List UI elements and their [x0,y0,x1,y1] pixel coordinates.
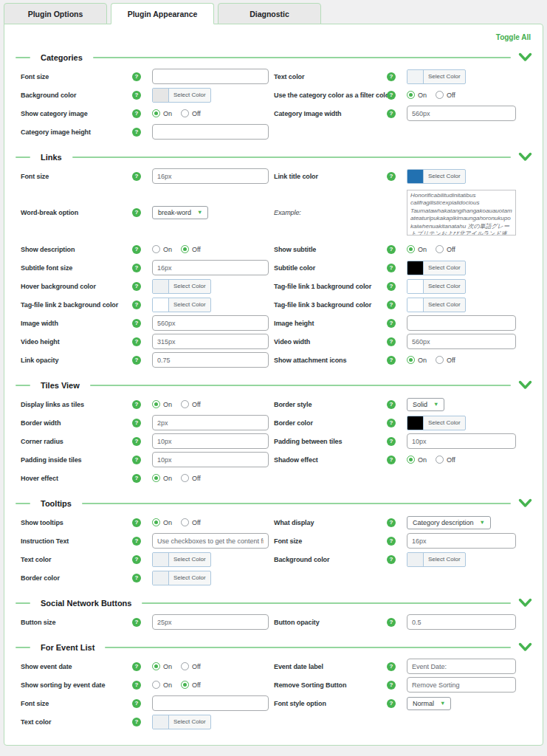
tab-diagnostic[interactable]: Diagnostic [218,3,321,24]
link-opacity-input[interactable] [152,352,269,368]
help-icon[interactable]: ? [387,437,396,446]
help-icon[interactable]: ? [132,400,141,409]
image-width-input[interactable] [152,315,269,331]
help-icon[interactable]: ? [132,356,141,365]
use-the-category-color-as-a-filter-color-radio-on[interactable]: On [407,91,427,99]
show-sorting-by-event-date-radio-off[interactable]: Off [181,681,201,689]
font-size-input[interactable] [152,695,269,711]
help-icon[interactable]: ? [132,419,141,427]
help-icon[interactable]: ? [132,618,141,627]
help-icon[interactable]: ? [387,72,396,81]
help-icon[interactable]: ? [132,109,141,118]
font-size-input[interactable] [407,533,516,549]
shadow-effect-radio-off[interactable]: Off [436,456,455,464]
help-icon[interactable]: ? [387,555,396,564]
help-icon[interactable]: ? [387,419,396,427]
border-width-input[interactable] [152,415,269,430]
tag-file-link-1-background-color-color-button[interactable]: Select Color [407,279,466,294]
video-height-input[interactable] [152,334,269,349]
help-icon[interactable]: ? [387,282,396,291]
help-icon[interactable]: ? [387,618,396,627]
link-title-color-color-button[interactable]: Select Color [407,169,466,184]
help-icon[interactable]: ? [387,172,396,181]
help-icon[interactable]: ? [132,245,141,254]
help-icon[interactable]: ? [387,245,396,254]
help-icon[interactable]: ? [387,319,396,328]
show-description-radio-off[interactable]: Off [181,245,201,253]
background-color-color-button[interactable]: Select Color [407,552,466,567]
word-break-option-select[interactable]: break-word▼ [152,206,208,219]
show-tooltips-radio-on[interactable]: On [152,518,172,526]
text-color-color-button[interactable]: Select Color [152,552,211,567]
help-icon[interactable]: ? [387,356,396,365]
hover-effect-radio-off[interactable]: Off [181,474,201,482]
subtitle-font-size-input[interactable] [152,260,269,275]
video-width-input[interactable] [407,334,516,349]
subtitle-color-color-button[interactable]: Select Color [407,261,466,275]
tag-file-link-2-background-color-color-button[interactable]: Select Color [152,298,211,312]
show-category-image-radio-on[interactable]: On [152,109,172,117]
chevron-down-icon[interactable] [518,498,532,508]
use-the-category-color-as-a-filter-color-radio-off[interactable]: Off [436,91,455,99]
help-icon[interactable]: ? [132,72,141,81]
category-image-height-input[interactable] [152,124,269,140]
example-text-box[interactable]: Honorificabilitudinitatibus califragilis… [407,190,516,236]
hover-effect-radio-on[interactable]: On [152,474,172,482]
chevron-down-icon[interactable] [518,152,532,162]
help-icon[interactable]: ? [132,537,141,546]
help-icon[interactable]: ? [132,699,141,708]
help-icon[interactable]: ? [132,300,141,309]
font-size-input[interactable] [152,168,269,184]
help-icon[interactable]: ? [387,699,396,708]
show-event-date-radio-on[interactable]: On [152,662,172,670]
help-icon[interactable]: ? [132,456,141,464]
border-color-color-button[interactable]: Select Color [407,416,466,430]
show-event-date-radio-off[interactable]: Off [181,662,201,670]
help-icon[interactable]: ? [387,337,396,346]
hover-background-color-color-button[interactable]: Select Color [152,279,211,294]
text-color-color-button[interactable]: Select Color [152,715,211,729]
show-attachment-icons-radio-on[interactable]: On [407,356,427,364]
display-links-as-tiles-radio-off[interactable]: Off [181,400,201,408]
show-attachment-icons-radio-off[interactable]: Off [436,356,455,364]
help-icon[interactable]: ? [132,172,141,181]
help-icon[interactable]: ? [132,718,141,726]
toggle-all-link[interactable]: Toggle All [4,24,543,41]
remove-sorting-button-input[interactable] [407,677,516,693]
text-color-color-button[interactable]: Select Color [407,69,466,84]
help-icon[interactable]: ? [132,91,141,100]
help-icon[interactable]: ? [132,319,141,328]
shadow-effect-radio-on[interactable]: On [407,456,427,464]
help-icon[interactable]: ? [132,574,141,583]
button-size-input[interactable] [152,614,269,630]
chevron-down-icon[interactable] [518,598,532,608]
show-subtitle-radio-on[interactable]: On [407,245,427,253]
border-style-select[interactable]: Solid▼ [407,398,444,411]
background-color-color-button[interactable]: Select Color [152,88,211,103]
display-links-as-tiles-radio-on[interactable]: On [152,400,172,408]
help-icon[interactable]: ? [132,555,141,564]
help-icon[interactable]: ? [132,337,141,346]
help-icon[interactable]: ? [132,518,141,527]
corner-radius-input[interactable] [152,433,269,449]
help-icon[interactable]: ? [387,537,396,546]
show-sorting-by-event-date-radio-on[interactable]: On [152,681,172,689]
help-icon[interactable]: ? [387,518,396,527]
help-icon[interactable]: ? [387,109,396,118]
padding-inside-tiles-input[interactable] [152,452,269,467]
help-icon[interactable]: ? [132,208,141,217]
tag-file-link-3-background-color-color-button[interactable]: Select Color [407,298,466,312]
image-height-input[interactable] [407,315,516,331]
show-subtitle-radio-off[interactable]: Off [436,245,455,253]
help-icon[interactable]: ? [387,400,396,409]
show-description-radio-on[interactable]: On [152,245,172,253]
border-color-color-button[interactable]: Select Color [152,571,211,585]
help-icon[interactable]: ? [387,662,396,671]
show-category-image-radio-off[interactable]: Off [181,109,201,117]
help-icon[interactable]: ? [387,300,396,309]
chevron-down-icon[interactable] [518,380,532,390]
event-date-label-input[interactable] [407,659,516,674]
help-icon[interactable]: ? [387,456,396,464]
tab-plugin-appearance[interactable]: Plugin Appearance [111,3,214,24]
font-size-input[interactable] [152,69,269,84]
